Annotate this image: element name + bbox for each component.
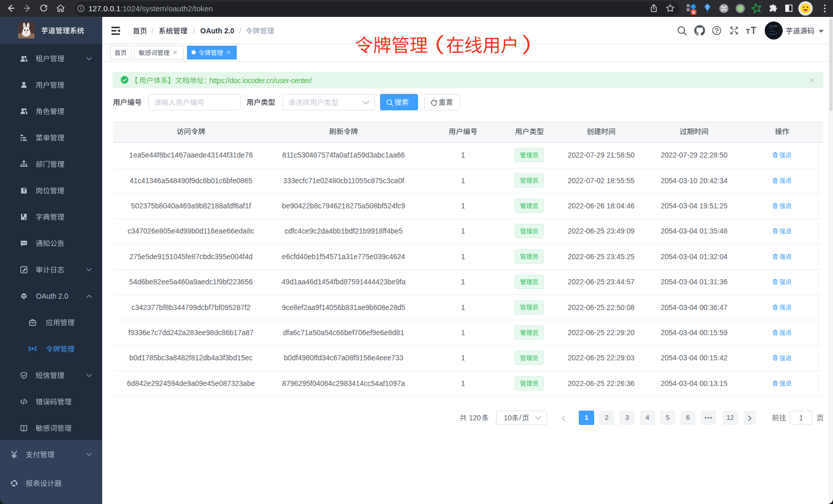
svg-text:9: 9 [692, 10, 695, 15]
